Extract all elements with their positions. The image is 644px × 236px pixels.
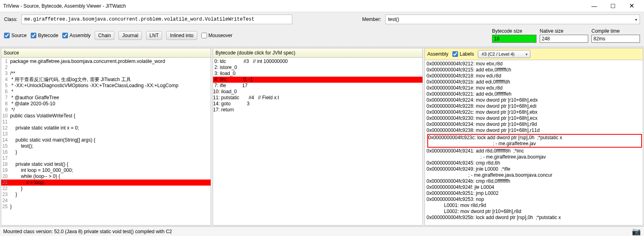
source-line[interactable]: 8 * @date 2020-05-10 [1,101,211,107]
source-line[interactable]: 2 [1,65,211,71]
source-line[interactable]: 22 } [1,186,211,192]
source-line[interactable]: 15 test(); [1,143,211,149]
source-line[interactable]: 11 [1,119,211,125]
source-line[interactable]: 1package me.giraffetree.java.boomjava.co… [1,58,211,65]
source-checkbox[interactable]: Source [4,33,27,38]
assembly-line[interactable]: L0002: mov dword ptr [r10+68h],r8d [427,209,643,215]
window-titlebar: TriView - Source, Bytecode, Assembly Vie… [0,0,644,12]
source-line[interactable]: 14 public static void main(String[] args… [1,137,211,143]
source-line[interactable]: 10public class VolatileWriteTest { [1,113,211,119]
line-number: 14 [1,137,10,143]
source-line[interactable]: 13 [1,131,211,137]
labels-checkbox[interactable]: Labels [452,51,474,57]
bytecode-line[interactable]: 10: iload_0 [213,89,422,95]
bytecode-checkbox[interactable]: Bytecode [31,33,58,38]
source-line[interactable]: 23 } [1,192,211,198]
line-text: */ [10,107,211,113]
line-text: test(); [10,143,211,149]
source-line[interactable]: 17 [1,155,211,161]
assembly-line[interactable]: 0x0000000004fc924b: cmp r8d,0ffffffffh [427,178,643,184]
native-size-stat: Native size 248 [540,28,588,43]
line-number: 15 [1,143,10,149]
assembly-line[interactable]: ; - me.giraffetree.jav [428,141,641,147]
assembly-line[interactable]: 0x0000000004fc921b: add edi,0fffffffdh [427,79,643,85]
bytecode-view[interactable]: 0: ldc #3 // int 100000000 2: istore_0 3… [213,58,422,225]
assembly-line[interactable]: 0x0000000004fc9215: add ebx,0fffffffch [427,67,643,73]
source-line[interactable]: 7 * @author GiraffeTree [1,95,211,101]
source-line[interactable]: 20 while (loop-- > 0) { [1,173,211,180]
assembly-highlight-box: 0x0000000004fc923c: lock add dword ptr [… [427,134,642,148]
assembly-checkbox[interactable]: Assembly [62,33,91,38]
compilation-select[interactable]: #3 (C2 / Level 4) [478,50,530,58]
assembly-line[interactable]: 0x0000000004fc9212: mov ebx,r8d [427,61,643,67]
source-line[interactable]: 4 * 用于查看反汇编代码, 生成log文件, 需要 JITwatch 工具 [1,77,211,83]
mouseover-checkbox[interactable]: Mouseover [201,33,232,38]
source-line[interactable]: 25} [1,204,211,210]
assembly-line[interactable]: L0001: mov r8d,r9d [427,203,643,209]
assembly-line[interactable]: ; - me.giraffetree.java.boomjava.concur [427,172,643,178]
bytecode-line[interactable]: 11: putstatic #4 // Field x:I [213,95,422,101]
assembly-line[interactable]: ; - me.giraffetree.java.boomjav [427,154,643,160]
assembly-pane-header: Assembly Labels #3 (C2 / Level 4) [425,48,643,60]
source-line[interactable]: 19 int loop = 100_000_000; [1,167,211,173]
assembly-view[interactable]: 0x0000000004fc9212: mov ebx,r8d0x0000000… [425,60,643,225]
line-number: 23 [1,192,10,198]
assembly-line[interactable]: 0x0000000004fc9224: mov dword ptr [r10+6… [427,97,643,103]
bytecode-line[interactable]: 7: ifle 17 [213,83,422,89]
bytecode-line[interactable]: 17: return [213,107,422,113]
assembly-line[interactable]: 0x0000000004fc922c: mov dword ptr [r10+6… [427,109,643,115]
assembly-line[interactable]: 0x0000000004fc9230: mov dword ptr [r10+6… [427,115,643,121]
close-button[interactable]: ✕ [622,0,641,12]
assembly-line[interactable]: 0x0000000004fc924f: jle L0004 [427,184,643,190]
source-line[interactable]: 3/** [1,71,211,77]
inlined-into-button[interactable]: Inlined into [166,31,197,40]
assembly-line[interactable]: 0x0000000004fc9238: mov dword ptr [r10+6… [427,127,643,134]
assembly-line[interactable]: 0x0000000004fc921e: mov edx,r8d [427,85,643,91]
line-text: private static volatile int x = 0; [10,125,211,131]
source-line[interactable]: 6 * [1,89,211,95]
assembly-line[interactable]: 0x0000000004fc9221: add edx,0fffffffeh [427,91,643,97]
source-code-view[interactable]: 1package me.giraffetree.java.boomjava.co… [1,58,211,225]
assembly-line[interactable]: 0x0000000004fc925b: lock add dword ptr [… [427,215,643,221]
source-line[interactable]: 21 x = loop; [1,180,211,186]
source-line[interactable]: 18 private static void test() { [1,161,211,167]
source-line[interactable]: 9 */ [1,107,211,113]
line-text: } [10,149,211,155]
bytecode-line[interactable]: 14: goto 3 [213,101,422,107]
bytecode-size-value: 18 [492,35,536,43]
class-input[interactable] [21,15,292,24]
minimize-button[interactable]: — [585,0,604,12]
line-text [10,198,211,204]
bytecode-line[interactable]: 2: istore_0 [213,65,422,71]
maximize-button[interactable]: ☐ [604,0,622,12]
assembly-line[interactable]: 0x0000000004fc9234: mov dword ptr [r10+6… [427,121,643,127]
assembly-line[interactable]: 0x0000000004fc9241: add r8d,0fffffff8h ;… [427,148,643,154]
lnt-button[interactable]: LNT [146,31,163,40]
bytecode-line[interactable]: 4: iinc 0, -1 [213,77,422,83]
line-number: 1 [1,58,10,65]
assembly-line[interactable]: 0x0000000004fc9245: cmp r8d,6h [427,160,643,166]
camera-icon[interactable]: 📷 [632,227,641,236]
line-text: /** [10,71,211,77]
source-line[interactable]: 12 private static volatile int x = 0; [1,125,211,131]
compile-time-value: 82ms [591,35,640,43]
assembly-line[interactable]: 0x0000000004fc9253: nop [427,196,643,203]
assembly-line[interactable]: 0x0000000004fc9251: jmp L0002 [427,190,643,196]
bytecode-line[interactable]: 3: iload_0 [213,71,422,77]
chain-button[interactable]: Chain [95,31,114,40]
assembly-line[interactable]: 0x0000000004fc9218: mov edi,r8d [427,73,643,79]
window-buttons: — ☐ ✕ [585,0,641,12]
line-text: x = loop; [10,180,211,186]
bytecode-line[interactable]: 0: ldc #3 // int 100000000 [213,58,422,65]
assembly-line[interactable]: 0x0000000004fc923c: lock add dword ptr [… [428,135,641,141]
source-line[interactable]: 24 [1,198,211,204]
journal-button[interactable]: Journal [118,31,141,40]
assembly-line[interactable]: 0x0000000004fc9249: jnle L0000 ;*ifle [427,166,643,172]
member-select[interactable]: test() ▾ [385,15,640,24]
source-line[interactable]: 5 * -XX:+UnlockDiagnosticVMOptions -XX:+… [1,83,211,89]
status-bar: Mounted class version: 52.0 (Java 8) pri… [0,226,644,236]
bytecode-pane-header: Bytecode (double click for JVM spec) [213,48,422,58]
line-text: package me.giraffetree.java.boomjava.con… [10,58,211,65]
assembly-line[interactable]: 0x0000000004fc9228: mov dword ptr [r10+6… [427,103,643,109]
source-line[interactable]: 16 } [1,149,211,155]
